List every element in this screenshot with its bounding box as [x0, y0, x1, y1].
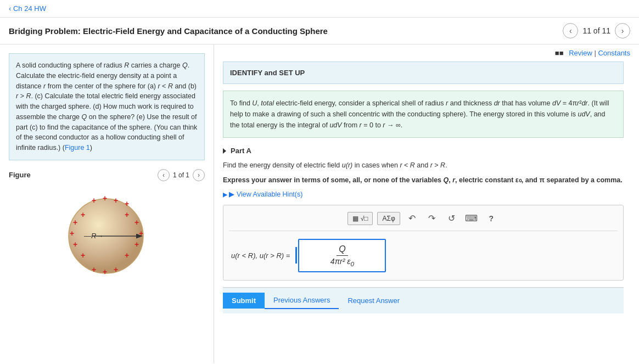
- next-problem-button[interactable]: ›: [615, 23, 630, 38]
- reset-button[interactable]: ↺: [444, 211, 459, 226]
- math-equation-label: u(r < R), u(r > R) =: [231, 251, 290, 260]
- review-link[interactable]: Review: [569, 49, 592, 57]
- svg-text:+: +: [70, 229, 74, 238]
- figure-prev-button[interactable]: ‹: [158, 169, 170, 181]
- svg-text:+: +: [103, 194, 107, 203]
- fraction-numerator: Q: [337, 244, 347, 256]
- fraction-denominator: 4πr² ε0: [328, 256, 356, 267]
- figure-nav: ‹ 1 of 1 ›: [158, 169, 205, 181]
- page-title: Bridging Problem: Electric-Field Energy …: [9, 26, 328, 36]
- svg-text:—R→: —R→: [83, 232, 103, 240]
- matrix-button[interactable]: ▦ √□: [347, 212, 373, 225]
- top-links-bar: ■■ Review | Constants: [214, 44, 639, 61]
- identify-setup-box: IDENTIFY and SET UP: [223, 61, 624, 84]
- collapse-toggle-icon[interactable]: [223, 148, 226, 154]
- figure-link[interactable]: Figure 1: [65, 144, 90, 152]
- review-icon: ■■: [555, 49, 564, 57]
- svg-text:+: +: [73, 240, 77, 249]
- figure-section: Figure ‹ 1 of 1 ›: [0, 169, 214, 299]
- svg-text:+: +: [73, 218, 77, 227]
- problem-counter: 11 of 11: [582, 26, 610, 35]
- figure-label: Figure: [9, 171, 31, 179]
- problem-nav: ‹ 11 of 11 ›: [563, 23, 630, 38]
- answer-container: ▦ √□ ΑΣφ ↶ ↷ ↺ ⌨ ? u(r < R), u(r > R) =: [223, 205, 624, 281]
- part-a-title: Part A: [231, 147, 251, 155]
- symbol-button[interactable]: ΑΣφ: [377, 212, 400, 225]
- previous-answers-button[interactable]: Previous Answers: [265, 292, 339, 309]
- cursor-indicator: [295, 247, 297, 264]
- view-hints-link[interactable]: ▶ ▶ View Available Hint(s): [223, 190, 624, 198]
- sphere-figure: + + + + + + + + + + + + +: [9, 186, 205, 290]
- right-panel: ■■ Review | Constants IDENTIFY and SET U…: [214, 44, 639, 363]
- part-a-section: Part A Find the energy density of electr…: [223, 147, 624, 281]
- svg-text:+: +: [103, 267, 107, 276]
- math-input-field[interactable]: Q 4πr² ε0: [298, 239, 386, 273]
- svg-text:+: +: [125, 210, 129, 219]
- submit-bar: Submit Previous Answers Request Answer: [223, 287, 624, 313]
- request-answer-button[interactable]: Request Answer: [339, 293, 408, 309]
- figure-counter: 1 of 1: [173, 171, 189, 179]
- hint-arrow-icon: ▶: [223, 191, 227, 198]
- submit-button[interactable]: Submit: [223, 293, 265, 309]
- part-a-description: Find the energy density of electric fiel…: [223, 160, 624, 171]
- svg-text:+: +: [114, 196, 118, 205]
- svg-text:+: +: [134, 218, 139, 227]
- svg-text:+: +: [81, 210, 85, 219]
- svg-text:+: +: [134, 240, 139, 249]
- prev-problem-button[interactable]: ‹: [563, 23, 578, 38]
- keyboard-button[interactable]: ⌨: [464, 211, 479, 226]
- figure-next-button[interactable]: ›: [193, 169, 205, 181]
- svg-text:+: +: [92, 265, 96, 274]
- setup-description: To find U, total electric-field energy, …: [223, 91, 624, 138]
- identify-title: IDENTIFY and SET UP: [230, 69, 305, 77]
- constants-link[interactable]: Constants: [598, 49, 630, 57]
- fraction-display: Q 4πr² ε0: [328, 244, 356, 267]
- svg-text:+: +: [114, 265, 118, 274]
- svg-text:+: +: [92, 196, 96, 205]
- undo-button[interactable]: ↶: [405, 211, 420, 226]
- problem-text: A solid conducting sphere of radius R ca…: [9, 53, 205, 160]
- svg-text:+: +: [125, 199, 129, 208]
- help-button[interactable]: ?: [484, 211, 499, 226]
- math-input-row: u(r < R), u(r > R) = Q 4πr² ε0: [229, 237, 618, 275]
- review-constants-links: ■■ Review | Constants: [555, 49, 630, 57]
- svg-text:+: +: [125, 251, 129, 260]
- part-a-instructions: Express your answer in terms of some, al…: [223, 175, 624, 186]
- breadcrumb-link[interactable]: ‹ Ch 24 HW: [9, 4, 46, 13]
- svg-text:+: +: [81, 251, 85, 260]
- redo-button[interactable]: ↷: [424, 211, 440, 226]
- left-panel: A solid conducting sphere of radius R ca…: [0, 44, 214, 363]
- math-toolbar: ▦ √□ ΑΣφ ↶ ↷ ↺ ⌨ ?: [229, 211, 618, 231]
